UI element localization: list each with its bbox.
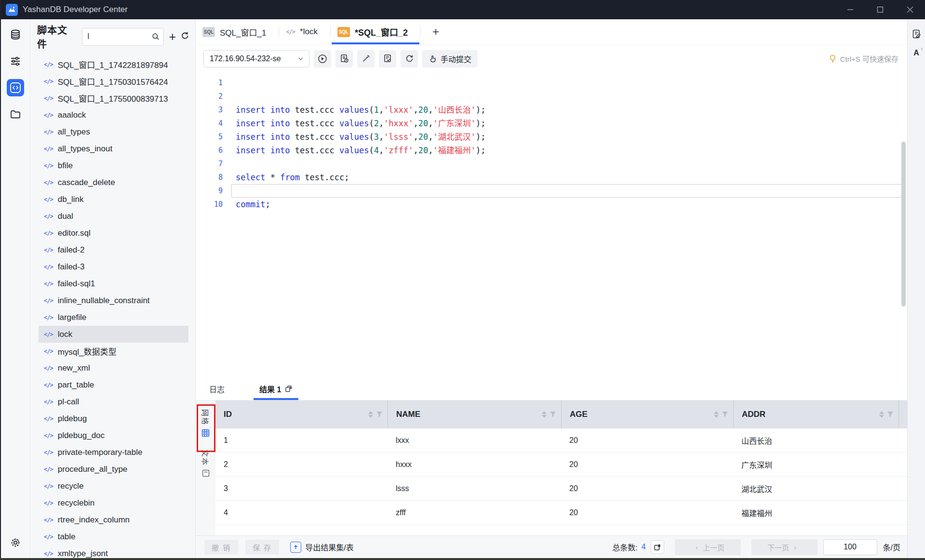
filter-icon[interactable]: [887, 411, 894, 418]
file-item[interactable]: </>pldebug: [39, 410, 188, 427]
editor-line[interactable]: 1: [196, 76, 907, 90]
sort-icon[interactable]: [879, 411, 884, 418]
tab-sql-window-2[interactable]: SQL *SQL_窗口_2: [331, 19, 420, 44]
file-item[interactable]: </>lock: [39, 326, 188, 343]
table-cell[interactable]: 湖北武汉: [733, 477, 907, 500]
prev-page-button[interactable]: ‹ 上一页: [675, 539, 741, 555]
page-size-input[interactable]: [823, 539, 877, 555]
font-size-icon[interactable]: A↑: [913, 49, 919, 57]
file-item[interactable]: </>pl-call: [39, 393, 188, 410]
tab-sql-window-1[interactable]: SQL SQL_窗口_1: [196, 19, 279, 44]
file-item[interactable]: </>dual: [39, 208, 188, 225]
table-cell[interactable]: 20: [561, 477, 733, 500]
table-cell[interactable]: hxxx: [388, 453, 561, 476]
table-cell[interactable]: 福建福州: [733, 501, 907, 524]
new-tab-button[interactable]: +: [421, 19, 451, 44]
file-item[interactable]: </>bfile: [39, 157, 188, 174]
column-header-name[interactable]: NAME: [388, 400, 561, 428]
sort-icon[interactable]: [368, 411, 373, 418]
filter-icon[interactable]: [376, 411, 383, 418]
file-item[interactable]: </>part_table: [39, 376, 188, 393]
minimize-button[interactable]: [835, 0, 865, 19]
editor-line[interactable]: 2: [196, 90, 907, 103]
editor-line[interactable]: 4insert into test.ccc values(2,'hxxx',20…: [196, 117, 907, 130]
close-button[interactable]: [895, 0, 925, 19]
file-item[interactable]: </>xmltype_jsont: [39, 545, 188, 558]
file-item[interactable]: </>private-temporary-table: [39, 444, 188, 461]
editor-line[interactable]: 7: [196, 157, 907, 171]
file-item[interactable]: </>failed-sql1: [39, 275, 188, 292]
file-item[interactable]: </>editor.sql: [39, 225, 188, 241]
table-row[interactable]: 3lsss20湖北武汉: [215, 477, 907, 501]
table-cell[interactable]: 3: [215, 477, 388, 500]
search-box[interactable]: [82, 28, 164, 46]
sort-icon[interactable]: [714, 411, 719, 418]
file-item[interactable]: </>all_types: [39, 123, 188, 140]
database-icon[interactable]: [7, 26, 24, 43]
file-item[interactable]: </>pldebug_doc: [39, 427, 188, 444]
pin-result-icon[interactable]: [285, 385, 293, 393]
workflow-icon[interactable]: [7, 53, 24, 70]
file-item[interactable]: </>SQL_窗口_1_1750301576424: [39, 73, 188, 90]
syntax-check-button[interactable]: [379, 50, 396, 67]
file-item[interactable]: </>failed-2: [39, 241, 188, 258]
file-item[interactable]: </>SQL_窗口_1_1742281897894: [39, 56, 188, 73]
refresh-icon[interactable]: [181, 31, 189, 42]
save-button[interactable]: 保 存: [245, 540, 279, 555]
folder-icon[interactable]: [7, 106, 24, 123]
table-cell[interactable]: 20: [561, 428, 733, 452]
file-item[interactable]: </>db_link: [39, 191, 188, 208]
file-item[interactable]: </>largefile: [39, 309, 188, 326]
filter-icon[interactable]: [722, 411, 728, 418]
search-input[interactable]: [87, 32, 152, 41]
file-item[interactable]: </>procedure_all_type: [39, 461, 188, 478]
tab-result-1[interactable]: 结果 1: [254, 378, 298, 400]
table-cell[interactable]: lsss: [388, 477, 561, 500]
maximize-button[interactable]: [865, 0, 895, 19]
table-row[interactable]: 1lxxx20山西长治: [215, 428, 907, 453]
table-row[interactable]: 2hxxx20广东深圳: [215, 453, 907, 477]
sort-icon[interactable]: [542, 411, 547, 418]
open-in-window-button[interactable]: [651, 540, 664, 554]
next-page-button[interactable]: 下一页 ›: [751, 539, 818, 555]
table-row[interactable]: 4zfff20福建福州: [215, 501, 907, 525]
editor-line[interactable]: 9: [196, 184, 907, 198]
table-cell[interactable]: 20: [561, 453, 733, 476]
table-cell[interactable]: lxxx: [388, 428, 561, 452]
table-cell[interactable]: 2: [215, 453, 388, 476]
file-item[interactable]: </>recyclebin: [39, 494, 188, 511]
filter-icon[interactable]: [550, 411, 556, 418]
editor-line[interactable]: 10commit;: [196, 198, 907, 211]
table-cell[interactable]: zfff: [388, 501, 561, 524]
column-header-age[interactable]: AGE: [561, 400, 733, 428]
editor-line[interactable]: 5insert into test.ccc values(3,'lsss',20…: [196, 130, 907, 144]
tab-log[interactable]: 日志: [203, 378, 230, 400]
file-item[interactable]: </>recycle: [39, 478, 188, 494]
view-tab-grid[interactable]: 网格: [201, 400, 211, 437]
file-item[interactable]: </>all_types_inout: [39, 140, 188, 157]
add-script-button[interactable]: +: [169, 31, 176, 43]
table-cell[interactable]: 山西长治: [733, 428, 907, 452]
sql-editor[interactable]: 123insert into test.ccc values(1,'lxxx',…: [196, 72, 907, 378]
view-tab-text[interactable]: 文本: [201, 450, 211, 477]
file-item[interactable]: </>rtree_index_column: [39, 511, 188, 528]
explain-plan-button[interactable]: [335, 50, 353, 67]
file-item[interactable]: </>table: [39, 528, 188, 545]
file-item[interactable]: </>SQL_窗口_1_1755000839713: [39, 90, 188, 107]
connection-select[interactable]: 172.16.90.54-232-se: [203, 50, 309, 67]
editor-line[interactable]: 3insert into test.ccc values(1,'lxxx',20…: [196, 103, 907, 117]
script-editor-icon[interactable]: [7, 79, 24, 96]
notes-edit-icon[interactable]: [912, 29, 922, 41]
file-item[interactable]: </>aaalock: [39, 107, 188, 123]
manual-commit-button[interactable]: 手动提交: [422, 50, 478, 67]
table-cell[interactable]: 4: [215, 501, 388, 524]
format-button[interactable]: [357, 50, 375, 67]
editor-line[interactable]: 6insert into test.ccc values(4,'zfff',20…: [196, 144, 907, 157]
column-header-id[interactable]: ID: [215, 400, 388, 428]
file-item[interactable]: </>new_xml: [39, 360, 188, 376]
rollback-button[interactable]: [401, 50, 418, 67]
editor-scrollbar[interactable]: [901, 142, 906, 307]
file-item[interactable]: </>cascade_delete: [39, 174, 188, 191]
table-cell[interactable]: 广东深圳: [733, 453, 907, 476]
file-item[interactable]: </>failed-3: [39, 258, 188, 275]
